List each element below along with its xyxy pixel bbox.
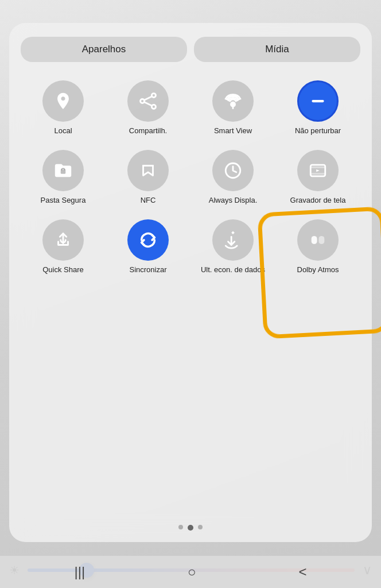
clock-icon	[223, 161, 243, 180]
tile-label-gravador-tela: Gravador de tela	[290, 196, 346, 206]
sync-icon	[138, 230, 158, 250]
tile-label-local: Local	[54, 126, 72, 136]
tile-sincronizar[interactable]: Sincronizar	[111, 219, 185, 275]
tile-label-sincronizar: Sincronizar	[129, 265, 166, 275]
nav-menu-icon[interactable]: |||	[74, 564, 85, 580]
svg-rect-11	[312, 236, 317, 244]
icon-circle-compartilhar	[127, 80, 169, 122]
folder-lock-icon	[53, 161, 73, 180]
nav-back-icon[interactable]: <	[299, 564, 307, 580]
svg-rect-12	[318, 236, 324, 244]
tile-dolby[interactable]: Dolby Atmos	[281, 219, 355, 275]
icon-circle-quick-share	[42, 219, 84, 261]
svg-line-4	[144, 102, 151, 106]
tile-nao-perturbar[interactable]: Não perturbar	[281, 80, 355, 136]
quick-settings-grid: Local Compartilh.	[21, 80, 360, 513]
svg-point-1	[151, 94, 155, 98]
tile-always-display[interactable]: Always Displa.	[196, 150, 270, 206]
nav-home-icon[interactable]: ○	[188, 564, 196, 580]
tile-label-nfc: NFC	[141, 196, 156, 206]
tile-quick-share[interactable]: Quick Share	[26, 219, 100, 275]
tab-midia[interactable]: Mídia	[194, 37, 360, 62]
nfc-icon	[138, 161, 158, 180]
tile-label-quick-share: Quick Share	[42, 265, 84, 275]
tile-gravador-tela[interactable]: Gravador de tela	[281, 150, 355, 206]
screen-record-icon	[308, 161, 328, 180]
tile-pasta-segura[interactable]: Pasta Segura	[26, 150, 100, 206]
tile-label-pasta-segura: Pasta Segura	[41, 196, 86, 206]
svg-point-5	[231, 102, 235, 106]
icon-circle-dolby	[297, 219, 339, 261]
tile-label-always-display: Always Displa.	[209, 196, 258, 206]
icon-circle-smart-view	[212, 80, 254, 122]
icon-circle-nao-perturbar	[297, 80, 339, 122]
svg-rect-7	[61, 169, 66, 173]
icon-circle-sincronizar	[127, 219, 169, 261]
tile-label-smart-view: Smart View	[214, 126, 252, 136]
dot-2[interactable]	[188, 525, 193, 531]
page-dots	[21, 525, 360, 531]
tile-local[interactable]: Local	[26, 80, 100, 136]
tab-bar: Aparelhos Mídia	[21, 37, 360, 62]
tile-label-nao-perturbar: Não perturbar	[295, 126, 341, 136]
icon-circle-ult-econ	[212, 219, 254, 261]
quick-share-icon	[53, 230, 73, 250]
smart-view-icon	[223, 91, 243, 111]
data-save-icon	[223, 230, 243, 250]
grid-row-3: Quick Share Sincronizar	[21, 219, 360, 275]
quick-settings-panel: Aparelhos Mídia Local	[9, 23, 372, 542]
tile-nfc[interactable]: NFC	[111, 150, 185, 206]
dot-1[interactable]	[178, 525, 183, 529]
icon-circle-pasta-segura	[42, 150, 84, 191]
tile-smart-view[interactable]: Smart View	[196, 80, 270, 136]
icon-circle-nfc	[127, 150, 169, 191]
svg-point-0	[141, 99, 145, 103]
grid-row-1: Local Compartilh.	[21, 80, 360, 136]
icon-circle-gravador-tela	[297, 150, 339, 191]
dot-3[interactable]	[198, 525, 203, 529]
icon-circle-local	[42, 80, 84, 122]
grid-row-2: Pasta Segura NFC	[21, 150, 360, 206]
icon-circle-always-display	[212, 150, 254, 191]
location-icon	[53, 91, 73, 111]
svg-point-2	[151, 105, 155, 109]
dolby-icon	[308, 230, 328, 250]
tile-label-dolby: Dolby Atmos	[297, 265, 339, 275]
tile-label-ult-econ: Ult. econ. de dados	[201, 265, 265, 275]
share-icon	[138, 91, 158, 111]
tile-compartilhar[interactable]: Compartilh.	[111, 80, 185, 136]
minus-icon	[308, 91, 328, 111]
navigation-bar: ||| ○ <	[0, 556, 381, 588]
tile-label-compartilhar: Compartilh.	[129, 126, 167, 136]
tile-ult-econ[interactable]: Ult. econ. de dados	[196, 219, 270, 275]
tab-aparelhos[interactable]: Aparelhos	[21, 37, 187, 62]
svg-line-3	[144, 96, 151, 100]
